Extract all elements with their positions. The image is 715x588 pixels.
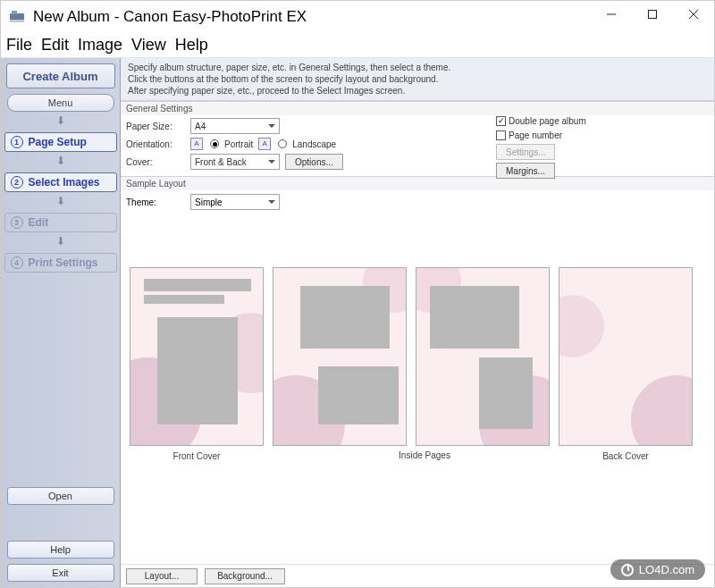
double-page-label: Double page album [509, 116, 586, 126]
step-label: Page Setup [29, 136, 87, 148]
menu-image[interactable]: Image [78, 36, 122, 55]
group-title: Sample Layout [121, 177, 714, 190]
inside-right-wrap: Inside Pages [416, 267, 550, 461]
flow-arrow-icon: ⬇ [55, 155, 67, 167]
globe-icon [621, 564, 634, 576]
hint-line: Click the buttons at the bottom of the s… [128, 73, 707, 85]
inside-right-thumb[interactable] [416, 267, 550, 446]
minimize-button[interactable] [591, 1, 632, 28]
menu-edit[interactable]: Edit [41, 36, 69, 55]
help-button[interactable]: Help [7, 541, 114, 559]
watermark: LO4D.com [610, 559, 705, 580]
cover-label: Cover: [126, 157, 185, 167]
landscape-label: Landscape [292, 139, 336, 149]
menu-view[interactable]: View [131, 36, 166, 55]
sidebar: Create Album Menu ⬇ 1Page Setup ⬇ 2Selec… [1, 58, 121, 587]
maximize-button[interactable] [632, 1, 673, 28]
back-cover-wrap: Back Cover [559, 267, 693, 461]
options-button[interactable]: Options... [285, 154, 343, 170]
menubar: File Edit Image View Help [1, 33, 714, 58]
layout-button[interactable]: Layout... [126, 568, 198, 584]
svg-rect-2 [10, 20, 24, 22]
hint-panel: Specify album structure, paper size, etc… [121, 58, 714, 101]
step-select-images[interactable]: 2Select Images [4, 172, 117, 192]
step-label: Edit [29, 216, 49, 229]
hint-line: Specify album structure, paper size, etc… [128, 62, 707, 73]
window-title: New Album - Canon Easy-PhotoPrint EX [33, 8, 591, 26]
page-number-label: Page number [509, 130, 562, 140]
window-controls [591, 1, 714, 33]
exit-button[interactable]: Exit [7, 564, 114, 582]
background-button[interactable]: Background... [205, 568, 285, 584]
portrait-icon: A [190, 138, 203, 150]
inside-pages-label-center: Inside Pages [353, 450, 496, 460]
open-button[interactable]: Open [7, 487, 114, 505]
hint-line: After specifying paper size, etc., proce… [128, 85, 707, 97]
svg-rect-4 [649, 11, 657, 19]
menu-file[interactable]: File [6, 36, 32, 55]
titlebar: New Album - Canon Easy-PhotoPrint EX [1, 1, 714, 33]
back-cover-thumb[interactable] [559, 267, 693, 446]
step-label: Print Settings [29, 256, 98, 269]
portrait-label: Portrait [224, 139, 253, 149]
back-cover-label: Back Cover [602, 451, 649, 461]
theme-label: Theme: [126, 197, 185, 207]
watermark-text: LO4D.com [639, 563, 694, 576]
inside-left-thumb[interactable] [273, 267, 407, 446]
paper-size-label: Paper Size: [126, 122, 185, 131]
settings-button[interactable]: Settings... [496, 144, 555, 160]
sidebar-header: Create Album [6, 63, 115, 88]
app-icon [8, 8, 26, 26]
page-number-checkbox[interactable] [496, 130, 506, 140]
flow-arrow-icon: ⬇ [55, 235, 67, 248]
margins-button[interactable]: Margins... [496, 163, 555, 179]
portrait-radio[interactable] [210, 139, 219, 148]
landscape-icon: A [258, 138, 271, 150]
step-edit[interactable]: 3Edit [4, 213, 117, 232]
svg-rect-1 [12, 11, 17, 14]
double-page-checkbox[interactable] [496, 116, 506, 126]
step-page-setup[interactable]: 1Page Setup [4, 132, 117, 152]
landscape-radio[interactable] [278, 139, 287, 148]
flow-arrow-icon: ⬇ [55, 195, 67, 207]
step-label: Select Images [29, 176, 100, 189]
orientation-label: Orientation: [126, 139, 185, 149]
front-cover-thumb[interactable] [130, 267, 264, 446]
sample-layout-group: Sample Layout Theme: Simple Front Cover [121, 176, 714, 587]
general-settings-group: General Settings Paper Size: A4 Orientat… [121, 101, 714, 176]
front-cover-label: Front Cover [173, 451, 221, 461]
close-button[interactable] [673, 1, 714, 28]
group-title: General Settings [121, 102, 714, 115]
theme-dropdown[interactable]: Simple [190, 194, 280, 210]
paper-size-dropdown[interactable]: A4 [190, 118, 280, 134]
thumbnails-row: Front Cover Inside Pages [121, 214, 714, 470]
cover-dropdown[interactable]: Front & Back [190, 154, 280, 170]
inside-left-wrap: Inside Pages [273, 267, 407, 461]
content-area: Specify album structure, paper size, etc… [121, 58, 714, 587]
main-area: Create Album Menu ⬇ 1Page Setup ⬇ 2Selec… [1, 58, 714, 587]
menu-help[interactable]: Help [175, 36, 208, 55]
step-print-settings[interactable]: 4Print Settings [4, 253, 117, 273]
front-cover-wrap: Front Cover [130, 267, 264, 461]
right-options: Double page album Page number [496, 113, 586, 142]
flow-arrow-icon: ⬇ [55, 114, 67, 127]
menu-button[interactable]: Menu [7, 94, 114, 112]
